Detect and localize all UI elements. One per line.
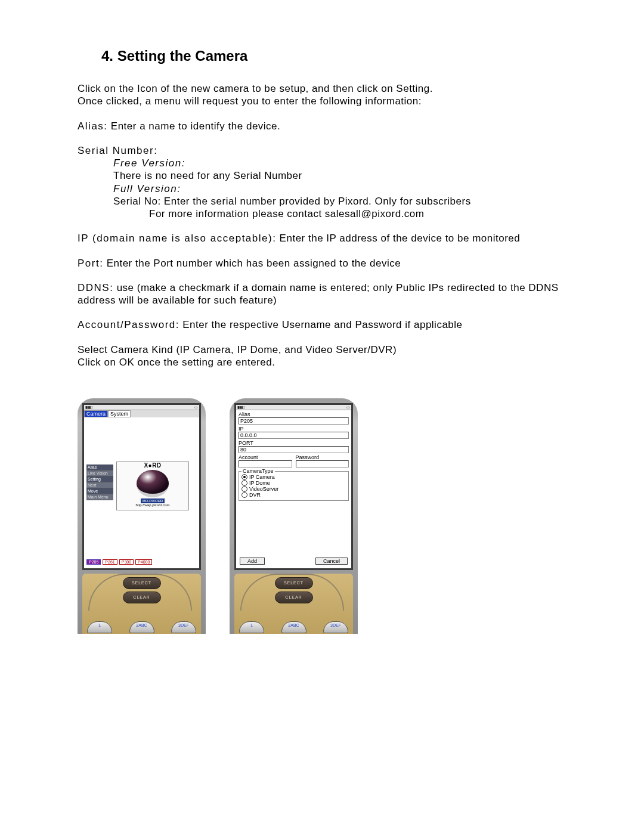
promo-box: X●RD MO-PIXORD http://wap.pixord.com	[116, 462, 189, 510]
menu-move[interactable]: Move	[86, 488, 113, 494]
menu-setting[interactable]: Setting	[86, 476, 113, 482]
select-kind-line: Select Camera Kind (IP Camera, IP Dome, …	[78, 343, 566, 356]
camera-tile-p300[interactable]: P300	[119, 559, 134, 565]
mo-pixord-tag: MO-PIXORD	[141, 498, 165, 503]
dome-camera-icon	[137, 470, 169, 497]
label-cameratype: CameraType	[242, 468, 275, 474]
tab-camera[interactable]: Camera	[84, 410, 108, 417]
battery-icon: ▭	[194, 405, 198, 410]
menu-live-vision[interactable]: Live Vision	[86, 470, 113, 476]
radio-dot-icon	[242, 480, 247, 486]
menu-next[interactable]: Next	[86, 482, 113, 488]
status-bar: ▮▮▮▯▭	[236, 405, 351, 410]
full-version-line2: For more information please contact sale…	[149, 208, 566, 220]
label-ip: IP	[239, 426, 349, 432]
port-paragraph: Port: Enter the Port number which has be…	[78, 257, 566, 270]
radio-dot-icon	[242, 486, 247, 492]
radio-ip-camera[interactable]: IP Camera	[242, 474, 346, 480]
add-button[interactable]: Add	[240, 558, 265, 565]
camera-type-group: CameraType IP Camera IP Dome VideoServer…	[239, 471, 349, 501]
alias-paragraph: Alias: Enter a name to identify the devi…	[78, 120, 566, 132]
signal-icon: ▮▮▮▯	[85, 405, 92, 410]
label-password: Password	[296, 454, 349, 460]
battery-icon: ▭	[346, 405, 350, 410]
radio-videoserver[interactable]: VideoServer	[242, 486, 346, 492]
promo-url: http://wap.pixord.com	[117, 503, 188, 507]
key-1[interactable]: 1	[239, 621, 264, 633]
input-ip[interactable]: 0.0.0.0	[239, 432, 349, 439]
key-3[interactable]: 3DEF	[323, 621, 348, 633]
camera-tile-p4000[interactable]: P4000	[135, 559, 152, 565]
radio-dot-icon	[242, 474, 247, 480]
keypad-arc	[88, 574, 192, 611]
input-alias[interactable]: P205	[239, 417, 349, 425]
serial-number-label: Serial Number:	[78, 144, 566, 157]
phone-mock-left: ▮▮▮▯▭ Camera System Alias Live Vision Se…	[78, 398, 206, 634]
free-version-label: Free Version:	[113, 157, 566, 169]
menu-main-menu[interactable]: Main Menu	[86, 494, 113, 500]
input-port[interactable]: 80	[239, 446, 349, 453]
key-1[interactable]: 1	[87, 621, 112, 633]
input-account[interactable]	[239, 460, 292, 467]
radio-dot-icon	[242, 492, 247, 498]
phone-mock-right: ▮▮▮▯▭ Alias P205 IP 0.0.0.0 PORT 80 Acco…	[230, 398, 358, 634]
click-ok-line: Click on OK once the setting are entered…	[78, 356, 566, 368]
radio-dvr[interactable]: DVR	[242, 492, 346, 498]
key-2[interactable]: 2ABC	[281, 621, 306, 633]
menu-alias[interactable]: Alias	[86, 465, 113, 470]
pixord-logo: X●RD	[117, 462, 188, 469]
section-heading: 4. Setting the Camera	[101, 48, 566, 64]
intro-paragraph: Click on the Icon of the new camera to b…	[78, 82, 566, 108]
key-2[interactable]: 2ABC	[129, 621, 154, 633]
account-paragraph: Account/Password: Enter the respective U…	[78, 318, 566, 331]
radio-ip-dome[interactable]: IP Dome	[242, 480, 346, 486]
keypad-arc	[240, 574, 344, 611]
camera-tile-p205[interactable]: P205	[86, 559, 101, 565]
ip-paragraph: IP (domain name is also acceptable): Ent…	[78, 232, 566, 244]
status-bar: ▮▮▮▯▭	[84, 405, 199, 410]
key-3[interactable]: 3DEF	[171, 621, 196, 633]
full-version-label: Full Version:	[113, 182, 566, 195]
label-port: PORT	[239, 440, 349, 446]
ddns-paragraph: DDNS: use (make a checkmark if a domain …	[78, 281, 566, 307]
full-version-line1: Serial No: Enter the serial number provi…	[113, 195, 566, 208]
camera-tile-p261[interactable]: P261	[103, 559, 117, 565]
label-account: Account	[239, 454, 292, 460]
cancel-button[interactable]: Cancel	[315, 558, 348, 565]
signal-icon: ▮▮▮▯	[237, 405, 244, 410]
context-menu: Alias Live Vision Setting Next Move Main…	[86, 465, 113, 500]
tab-system[interactable]: System	[108, 410, 131, 417]
label-alias: Alias	[239, 411, 349, 417]
input-password[interactable]	[296, 460, 349, 467]
free-version-desc: There is no need for any Serial Number	[113, 169, 566, 182]
